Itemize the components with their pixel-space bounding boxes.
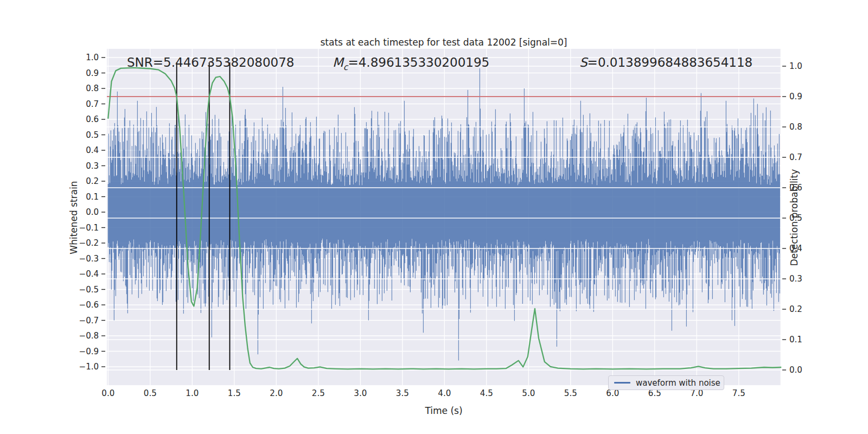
annotation-snr: SNR=5.446735382080078 bbox=[127, 55, 295, 69]
x-tick-label: 1.5 bbox=[221, 388, 247, 398]
x-tick-label: 1.0 bbox=[179, 388, 205, 398]
y-tick-label-right: 0.0 bbox=[789, 365, 822, 375]
y-tick-label-right: 0.5 bbox=[789, 213, 822, 223]
annotation-s-stat: S=0.013899684883654118 bbox=[579, 55, 752, 69]
y-tick-label-left: 0.9 bbox=[53, 68, 99, 78]
x-tick-label: 0.5 bbox=[137, 388, 163, 398]
x-tick-label: 4.5 bbox=[474, 388, 500, 398]
x-tick-label: 7.5 bbox=[726, 388, 752, 398]
y-tick-label-left: 0.6 bbox=[53, 114, 99, 124]
y-tick-label-right: 0.7 bbox=[789, 152, 822, 162]
chirp-mass-symbol: M bbox=[333, 55, 343, 69]
y-tick-label-left: 0.8 bbox=[53, 84, 99, 93]
y-tick-label-left: −0.7 bbox=[53, 316, 99, 326]
y-tick-label-right: 1.0 bbox=[789, 61, 822, 71]
y-tick-label-left: 0.0 bbox=[53, 207, 99, 217]
y-tick-label-right: 0.8 bbox=[789, 122, 822, 132]
y-tick-label-left: −0.3 bbox=[53, 254, 99, 264]
y-tick-label-left: 1.0 bbox=[53, 53, 99, 62]
y-tick-label-left: 0.1 bbox=[53, 192, 99, 202]
x-axis-label: Time (s) bbox=[107, 405, 781, 416]
x-tick-label: 5.0 bbox=[515, 388, 541, 398]
y-tick-label-left: 0.2 bbox=[53, 176, 99, 186]
x-tick-label: 2.0 bbox=[263, 388, 289, 398]
y-tick-label-left: −1.0 bbox=[53, 362, 99, 372]
annotation-chirp-mass: Mc=4.896135330200195 bbox=[333, 55, 489, 72]
y-tick-label-right: 0.6 bbox=[789, 183, 822, 193]
x-tick-label: 2.5 bbox=[305, 388, 331, 398]
x-tick-label: 5.5 bbox=[558, 388, 584, 398]
y-tick-label-left: −0.4 bbox=[53, 269, 99, 279]
y-tick-label-left: 0.7 bbox=[53, 99, 99, 109]
y-tick-label-right: 0.2 bbox=[789, 304, 822, 314]
x-tick-label: 3.5 bbox=[390, 388, 416, 398]
chart-title: stats at each timestep for test data 120… bbox=[107, 37, 781, 48]
y-tick-label-right: 0.1 bbox=[789, 335, 822, 344]
figure: stats at each timestep for test data 120… bbox=[0, 0, 868, 434]
y-tick-label-left: 0.3 bbox=[53, 161, 99, 171]
x-tick-label: 3.0 bbox=[347, 388, 373, 398]
y-tick-label-left: −0.9 bbox=[53, 347, 99, 356]
y-tick-label-left: −0.8 bbox=[53, 331, 99, 341]
s-stat-value: =0.013899684883654118 bbox=[588, 55, 753, 69]
y-tick-label-left: −0.6 bbox=[53, 300, 99, 310]
y-tick-label-right: 0.3 bbox=[789, 274, 822, 284]
y-tick-label-left: 0.5 bbox=[53, 130, 99, 140]
y-tick-label-left: −0.1 bbox=[53, 223, 99, 233]
y-tick-label-left: 0.4 bbox=[53, 145, 99, 155]
s-stat-symbol: S bbox=[579, 55, 588, 69]
x-tick-label: 4.0 bbox=[431, 388, 457, 398]
legend-label: waveform with noise bbox=[636, 378, 720, 388]
y-tick-label-left: −0.5 bbox=[53, 285, 99, 295]
legend-line-sample bbox=[614, 382, 630, 384]
x-tick-label: 0.0 bbox=[95, 388, 121, 398]
y-tick-label-right: 0.9 bbox=[789, 92, 822, 101]
y-tick-label-right: 0.4 bbox=[789, 244, 822, 253]
chirp-mass-value: =4.896135330200195 bbox=[348, 55, 489, 69]
legend: waveform with noise bbox=[608, 375, 724, 390]
y-tick-label-left: −0.2 bbox=[53, 238, 99, 248]
